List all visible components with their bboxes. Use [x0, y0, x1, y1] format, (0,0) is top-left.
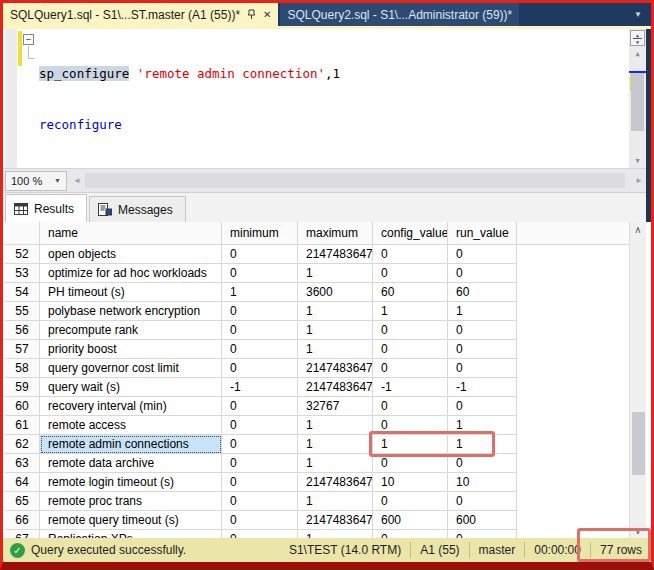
grid-cell-minimum[interactable]: 1	[222, 283, 298, 302]
scroll-down-icon[interactable]: ▼	[629, 156, 646, 166]
grid-cell-config_value[interactable]: 0	[373, 416, 448, 435]
grid-cell-name[interactable]: optimize for ad hoc workloads	[40, 264, 222, 283]
grid-cell-config_value[interactable]: 0	[373, 492, 448, 511]
grid-header-name[interactable]: name	[40, 222, 222, 245]
grid-cell-name[interactable]: remote proc trans	[40, 492, 222, 511]
row-number-cell[interactable]: 53	[5, 264, 40, 283]
grid-cell-minimum[interactable]: 0	[222, 435, 298, 454]
grid-cell-maximum[interactable]: 1	[298, 264, 373, 283]
scroll-left-icon[interactable]: ◄	[71, 172, 83, 189]
grid-cell-config_value[interactable]: 0	[373, 321, 448, 340]
row-number-cell[interactable]: 59	[5, 378, 40, 397]
grid-scrollbar-thumb[interactable]	[632, 412, 645, 475]
grid-cell-minimum[interactable]: 0	[222, 492, 298, 511]
row-number-cell[interactable]: 57	[5, 340, 40, 359]
grid-cell-name[interactable]: query governor cost limit	[40, 359, 222, 378]
grid-cell-config_value[interactable]: 0	[373, 245, 448, 264]
grid-cell-run_value[interactable]: 1	[448, 416, 517, 435]
row-number-cell[interactable]: 55	[5, 302, 40, 321]
hscrollbar-thumb[interactable]	[85, 173, 625, 188]
splitter-handle-icon[interactable]: ▲▼	[630, 30, 645, 46]
grid-cell-name[interactable]: remote data archive	[40, 454, 222, 473]
grid-cell-maximum[interactable]: 1	[298, 454, 373, 473]
grid-cell-minimum[interactable]: 0	[222, 302, 298, 321]
grid-cell-config_value[interactable]: 1	[373, 302, 448, 321]
grid-cell-maximum[interactable]: 2147483647	[298, 511, 373, 530]
grid-header-rownum[interactable]	[5, 222, 40, 245]
grid-cell-minimum[interactable]: 0	[222, 397, 298, 416]
grid-cell-name[interactable]: remote access	[40, 416, 222, 435]
grid-cell-config_value[interactable]: 0	[373, 454, 448, 473]
grid-cell-maximum[interactable]: 2147483647	[298, 359, 373, 378]
grid-cell-run_value[interactable]: 10	[448, 473, 517, 492]
grid-cell-minimum[interactable]: 0	[222, 473, 298, 492]
sql-editor[interactable]: − sp_configure 'remote admin connection'…	[3, 29, 651, 168]
grid-cell-run_value[interactable]: 60	[448, 283, 517, 302]
grid-cell-minimum[interactable]: 0	[222, 245, 298, 264]
row-number-cell[interactable]: 62	[5, 435, 40, 454]
grid-header-minimum[interactable]: minimum	[222, 222, 298, 245]
grid-cell-maximum[interactable]: 1	[298, 340, 373, 359]
grid-cell-maximum[interactable]: 2147483647	[298, 378, 373, 397]
grid-cell-minimum[interactable]: 0	[222, 511, 298, 530]
tab-messages[interactable]: Messages	[89, 196, 186, 222]
grid-cell-maximum[interactable]: 32767	[298, 397, 373, 416]
grid-cell-minimum[interactable]: 0	[222, 530, 298, 538]
grid-cell-minimum[interactable]: -1	[222, 378, 298, 397]
grid-cell-config_value[interactable]: 0	[373, 340, 448, 359]
grid-scroll-up-icon[interactable]: ∧	[630, 224, 646, 235]
grid-cell-run_value[interactable]: 1	[448, 435, 517, 454]
scroll-right-icon[interactable]: ►	[633, 172, 645, 189]
editor-vertical-scrollbar[interactable]: ▲▼ ▲ ▼	[629, 29, 646, 168]
grid-cell-maximum[interactable]: 1	[298, 492, 373, 511]
grid-cell-config_value[interactable]: -1	[373, 378, 448, 397]
grid-cell-name[interactable]: remote login timeout (s)	[40, 473, 222, 492]
row-number-cell[interactable]: 63	[5, 454, 40, 473]
scroll-up-icon[interactable]: ▲	[629, 49, 646, 59]
row-number-cell[interactable]: 64	[5, 473, 40, 492]
editor-scrollbar-thumb[interactable]	[631, 73, 644, 131]
grid-header-config_value[interactable]: config_value	[373, 222, 448, 245]
grid-cell-maximum[interactable]: 2147483647	[298, 245, 373, 264]
grid-cell-name[interactable]: query wait (s)	[40, 378, 222, 397]
grid-cell-maximum[interactable]: 1	[298, 302, 373, 321]
grid-cell-name[interactable]: priority boost	[40, 340, 222, 359]
grid-cell-maximum[interactable]: 2147483647	[298, 473, 373, 492]
row-number-cell[interactable]: 61	[5, 416, 40, 435]
pin-icon[interactable]	[247, 9, 256, 20]
grid-cell-name[interactable]: recovery interval (min)	[40, 397, 222, 416]
grid-cell-minimum[interactable]: 0	[222, 359, 298, 378]
grid-cell-config_value[interactable]: 600	[373, 511, 448, 530]
grid-cell-run_value[interactable]: 0	[448, 492, 517, 511]
close-icon[interactable]: ✕	[263, 9, 271, 20]
grid-cell-run_value[interactable]: 600	[448, 511, 517, 530]
grid-cell-config_value[interactable]: 0	[373, 397, 448, 416]
grid-cell-minimum[interactable]: 0	[222, 264, 298, 283]
grid-cell-run_value[interactable]: 0	[448, 245, 517, 264]
grid-cell-minimum[interactable]: 0	[222, 321, 298, 340]
editor-horizontal-scrollbar[interactable]: ◄ ►	[71, 172, 645, 189]
tab-sqlquery2[interactable]: SQLQuery2.sql - S1\...Administrator (59)…	[280, 3, 519, 26]
grid-cell-maximum[interactable]: 1	[298, 530, 373, 538]
grid-cell-name[interactable]: Replication XPs	[40, 530, 222, 538]
collapse-region-icon[interactable]: −	[23, 34, 34, 45]
grid-vertical-scrollbar[interactable]: ∧ ∨	[629, 222, 646, 538]
grid-cell-maximum[interactable]: 1	[298, 416, 373, 435]
grid-cell-maximum[interactable]: 1	[298, 321, 373, 340]
tab-sqlquery1[interactable]: SQLQuery1.sql - S1\...ST.master (A1 (55)…	[3, 3, 278, 26]
grid-cell-config_value[interactable]: 0	[373, 530, 448, 538]
grid-cell-config_value[interactable]: 60	[373, 283, 448, 302]
grid-cell-run_value[interactable]: 0	[448, 321, 517, 340]
grid-cell-minimum[interactable]: 0	[222, 454, 298, 473]
grid-cell-maximum[interactable]: 3600	[298, 283, 373, 302]
grid-cell-name[interactable]: remote admin connections	[40, 435, 222, 454]
grid-cell-run_value[interactable]: 0	[448, 340, 517, 359]
row-number-cell[interactable]: 65	[5, 492, 40, 511]
tab-results[interactable]: Results	[5, 194, 87, 222]
grid-header-maximum[interactable]: maximum	[298, 222, 373, 245]
grid-cell-name[interactable]: PH timeout (s)	[40, 283, 222, 302]
grid-scroll-down-icon[interactable]: ∨	[630, 525, 646, 536]
row-number-cell[interactable]: 66	[5, 511, 40, 530]
grid-cell-run_value[interactable]: 0	[448, 264, 517, 283]
row-number-cell[interactable]: 58	[5, 359, 40, 378]
